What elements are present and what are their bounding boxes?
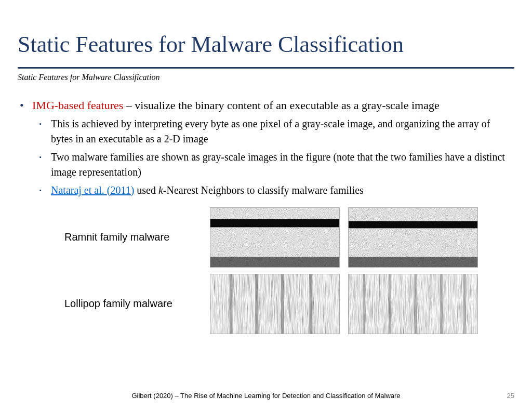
sub3-mid: used: [134, 184, 158, 196]
row-label-ramnit: Ramnit family malware: [64, 231, 210, 243]
sub-bullet-1: This is achieved by interpreting every b…: [51, 116, 514, 147]
svg-rect-11: [349, 274, 477, 334]
citation-link[interactable]: Nataraj et al. (2011): [51, 184, 134, 196]
malware-image-ramnit-2: [348, 207, 478, 268]
image-row-lollipop: Lollipop family malware: [18, 274, 514, 334]
bullet-highlight: IMG-based features: [32, 99, 123, 112]
svg-rect-2: [210, 257, 339, 267]
bullet-img-features: IMG-based features – visualize the binar…: [32, 98, 514, 198]
slide-subtitle: Static Features for Malware Classificati…: [18, 73, 514, 82]
malware-image-ramnit-1: [210, 207, 340, 268]
main-bullet-list: IMG-based features – visualize the binar…: [18, 98, 514, 198]
sub3-k: k: [158, 184, 163, 196]
bullet-rest: – visualize the binary content of an exe…: [123, 99, 439, 112]
img-pair-lollipop: [210, 274, 478, 334]
footer-citation: Gilbert (2020) – The Rise of Machine Lea…: [0, 392, 532, 400]
malware-image-lollipop-1: [210, 274, 340, 334]
slide: Static Features for Malware Classificati…: [0, 0, 532, 411]
sub-bullet-list: This is achieved by interpreting every b…: [32, 116, 514, 198]
page-number: 25: [507, 392, 514, 400]
row-label-lollipop: Lollipop family malware: [64, 298, 210, 310]
svg-rect-1: [210, 219, 339, 227]
title-divider: [18, 67, 514, 69]
svg-rect-5: [349, 257, 477, 267]
malware-image-lollipop-2: [348, 274, 478, 334]
sub-bullet-3: Nataraj et al. (2011) used k-Nearest Nei…: [51, 183, 514, 198]
sub3-rest: -Nearest Neighbors to classify malware f…: [163, 184, 364, 196]
img-pair-ramnit: [210, 207, 478, 268]
sub-bullet-2: Two malware families are shown as gray-s…: [51, 150, 514, 180]
svg-rect-4: [349, 221, 477, 228]
slide-title: Static Features for Malware Classificati…: [18, 31, 514, 58]
image-row-ramnit: Ramnit family malware: [18, 207, 514, 268]
